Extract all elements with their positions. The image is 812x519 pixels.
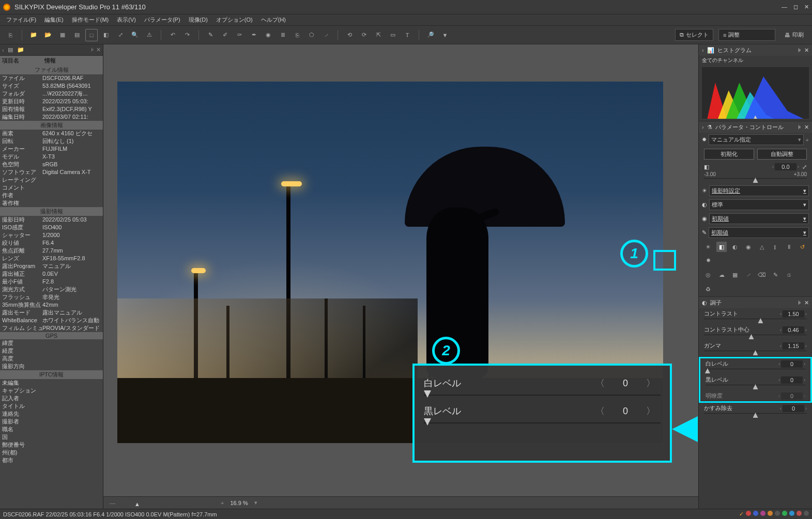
- spot-icon[interactable]: ◉: [262, 29, 274, 41]
- gamma-slider[interactable]: [704, 351, 807, 355]
- text-icon[interactable]: T: [401, 29, 413, 41]
- export-icon[interactable]: ⇱: [372, 29, 385, 41]
- print-button[interactable]: 🖶印刷: [780, 29, 808, 40]
- nr-tab-icon[interactable]: ⫿: [770, 242, 780, 252]
- mode-adjust-button[interactable]: ≡調整: [718, 29, 775, 41]
- exposure-tab-icon[interactable]: ☀: [703, 242, 713, 252]
- inset-white-slider[interactable]: [424, 395, 661, 396]
- menu-file[interactable]: ファイル(F): [2, 14, 40, 25]
- panel-menu-icon[interactable]: ⊧: [798, 47, 801, 54]
- eyedropper-exposure-icon[interactable]: ✒: [248, 29, 260, 41]
- minimize-icon[interactable]: —: [782, 4, 787, 10]
- channel-label[interactable]: 全てのチャンネル: [699, 56, 812, 65]
- rotate-left-icon[interactable]: ⟲: [343, 29, 356, 41]
- white-level-slider[interactable]: [706, 369, 805, 373]
- undo-icon[interactable]: ↶: [166, 29, 179, 41]
- crop-tab-icon[interactable]: ⟃: [784, 270, 794, 280]
- inset-white-dec-icon[interactable]: 〈: [590, 377, 610, 389]
- inset-black-dec-icon[interactable]: 〈: [590, 405, 610, 417]
- lens-tab-icon[interactable]: ◎: [703, 270, 713, 280]
- recycle-tab-icon[interactable]: ♻: [703, 284, 713, 294]
- poly-icon[interactable]: ⬠: [305, 29, 318, 41]
- mode-dropdown[interactable]: マニュアル指定▾: [709, 134, 804, 145]
- settings-tab-icon[interactable]: ✸: [703, 255, 713, 265]
- layers-icon[interactable]: ≣: [277, 29, 289, 41]
- inset-black-slider[interactable]: [424, 422, 661, 423]
- menu-view[interactable]: 表示(V): [113, 14, 140, 25]
- shoot-setting-dropdown[interactable]: 撮影時設定▾: [709, 185, 809, 196]
- info-tab-icon[interactable]: ▤: [6, 46, 14, 54]
- pen-tab-icon[interactable]: ✎: [770, 270, 780, 280]
- inc-icon[interactable]: ›: [798, 164, 799, 169]
- wb-tab-icon[interactable]: ◐: [730, 242, 740, 252]
- exposure-value[interactable]: 0.0: [775, 163, 796, 170]
- ii-tab-icon[interactable]: Ⅱ: [784, 242, 794, 252]
- white-level-value[interactable]: 0: [781, 360, 803, 368]
- init-button[interactable]: 初期化: [704, 149, 754, 160]
- zoom-dropdown-icon[interactable]: ▾: [254, 499, 257, 506]
- grid-icon[interactable]: ▦: [56, 29, 69, 41]
- menu-mode[interactable]: 操作モード(M): [68, 14, 113, 25]
- search-icon[interactable]: 🔎: [424, 29, 437, 41]
- fit-icon[interactable]: ⤢: [114, 29, 127, 41]
- color-tab-icon[interactable]: ◉: [743, 242, 754, 252]
- inset-white-level-value[interactable]: 0: [610, 378, 641, 389]
- eyedropper-tone-icon[interactable]: ✐: [219, 29, 231, 41]
- init2-dropdown[interactable]: 初期値▾: [709, 227, 809, 238]
- black-level-slider[interactable]: [706, 385, 805, 389]
- subfolder-icon[interactable]: 📂: [42, 29, 54, 41]
- eraser-tab-icon[interactable]: ⌫: [757, 270, 767, 280]
- magnify-icon[interactable]: 🔍: [129, 29, 141, 41]
- chevron-right-icon[interactable]: ›: [702, 124, 704, 130]
- develop-icon[interactable]: ⎘: [4, 29, 17, 41]
- rotate-right-icon[interactable]: ⟳: [358, 29, 370, 41]
- inset-white-inc-icon[interactable]: 〉: [641, 377, 661, 389]
- clone-icon[interactable]: ⎘: [291, 29, 303, 41]
- reset-tab-icon[interactable]: ↺: [797, 242, 807, 252]
- auto-adjust-button[interactable]: 自動調整: [757, 149, 807, 160]
- maximize-icon[interactable]: ◻: [793, 4, 798, 10]
- inset-black-level-value[interactable]: 0: [610, 406, 641, 417]
- mode-select-button[interactable]: ⧉セレクト: [675, 29, 713, 41]
- brush-tool-icon[interactable]: ⟋: [320, 29, 332, 41]
- open-folder-icon[interactable]: 📁: [27, 29, 40, 41]
- sharp-tab-icon[interactable]: △: [757, 242, 767, 252]
- compare-icon[interactable]: ◧: [100, 29, 112, 41]
- panel-close-icon[interactable]: ✕: [804, 47, 809, 54]
- init1-dropdown[interactable]: 初期値▾: [709, 213, 809, 224]
- contrast-center-slider[interactable]: [704, 335, 807, 339]
- histogram-chart[interactable]: ▲: [702, 67, 809, 119]
- panel-close-icon[interactable]: ✕: [804, 300, 809, 306]
- panel-menu-icon[interactable]: ⊧: [91, 46, 94, 53]
- panel-menu-icon[interactable]: ⊧: [798, 124, 801, 131]
- brush-tab-icon[interactable]: ⟋: [743, 270, 754, 280]
- std-dropdown[interactable]: 標準▾: [709, 199, 809, 210]
- dehaze-value[interactable]: 0: [783, 405, 804, 412]
- contrast-center-value[interactable]: 0.46: [783, 326, 804, 334]
- panel-menu-icon[interactable]: ⊧: [798, 300, 801, 306]
- inset-black-inc-icon[interactable]: 〉: [641, 405, 661, 417]
- panel-close-icon[interactable]: ✕: [96, 46, 101, 53]
- cloud-tab-icon[interactable]: ☁: [716, 270, 727, 280]
- clarity-value[interactable]: 0: [781, 392, 803, 400]
- panel-close-icon[interactable]: ✕: [804, 124, 809, 131]
- black-level-value[interactable]: 0: [781, 376, 803, 384]
- dec-icon[interactable]: ‹: [772, 164, 774, 169]
- redo-icon[interactable]: ↷: [181, 29, 193, 41]
- demosaic-tab-icon[interactable]: ▦: [730, 270, 740, 280]
- close-icon[interactable]: ✕: [804, 4, 809, 10]
- expand-icon[interactable]: ⤢: [802, 164, 807, 170]
- gamma-value[interactable]: 1.15: [783, 342, 804, 350]
- add-preset-icon[interactable]: +: [806, 137, 809, 143]
- exposure-slider[interactable]: [704, 178, 807, 182]
- menu-help[interactable]: ヘルプ(H): [257, 14, 290, 25]
- eyedropper-wb-icon[interactable]: ✎: [204, 29, 217, 41]
- menu-develop[interactable]: 現像(D): [185, 14, 212, 25]
- gear-icon[interactable]: ✸: [702, 136, 707, 143]
- preview-icon[interactable]: □: [85, 29, 98, 41]
- chevron-right-icon[interactable]: ›: [702, 47, 704, 53]
- tone-tab-icon[interactable]: ◧: [716, 242, 727, 252]
- thumbnail-icon[interactable]: ▤: [71, 29, 83, 41]
- dehaze-slider[interactable]: [704, 413, 807, 417]
- menu-param[interactable]: パラメータ(P): [140, 14, 185, 25]
